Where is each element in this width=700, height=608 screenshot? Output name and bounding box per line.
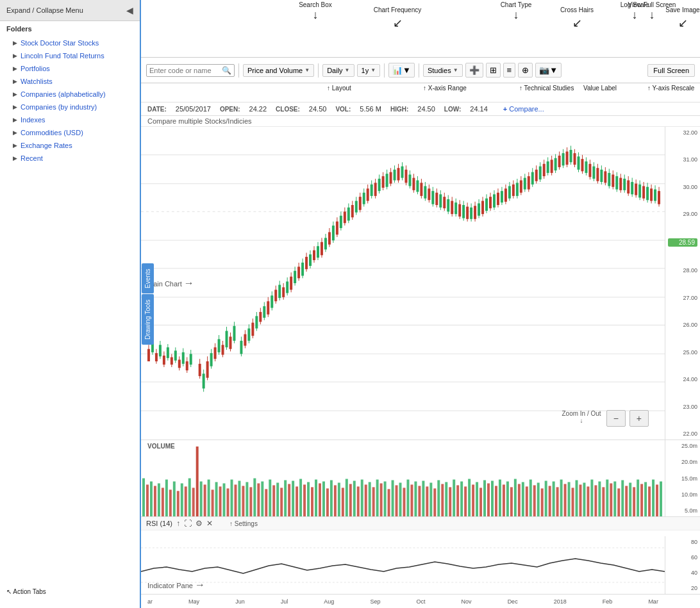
zoom-out-btn[interactable]: − (606, 410, 626, 427)
sidebar-item-companies-industry[interactable]: ▶ Companies (by industry) (0, 101, 140, 113)
svg-rect-314 (296, 486, 298, 516)
svg-rect-397 (613, 481, 616, 516)
drawing-tools-tab[interactable]: Drawing Tools (142, 294, 154, 345)
chart-container: 32.00 31.00 30.00 29.00 28.59 28.00 27.0… (141, 127, 700, 608)
svg-rect-409 (660, 481, 662, 516)
value-label-btn[interactable]: ⊞ (486, 63, 501, 78)
svg-rect-280 (165, 479, 168, 516)
fullscreen-btn[interactable]: Full Screen (647, 64, 695, 77)
main-chart: 32.00 31.00 30.00 29.00 28.59 28.00 27.0… (141, 127, 700, 440)
svg-rect-343 (406, 479, 409, 516)
svg-rect-342 (403, 488, 406, 516)
svg-rect-378 (541, 488, 544, 516)
search-input[interactable] (149, 67, 220, 74)
svg-rect-408 (656, 484, 658, 516)
svg-rect-341 (399, 482, 402, 516)
ann-y-axis-rescale: ↑ Y-axis Rescale (647, 85, 694, 92)
zoom-in-btn[interactable]: + (629, 410, 649, 427)
separator-3 (384, 63, 385, 78)
sidebar-item-commodities[interactable]: ▶ Commodities (USD) (0, 126, 140, 139)
save-image-btn[interactable]: 📷 ▼ (535, 63, 562, 78)
svg-rect-274 (142, 479, 145, 517)
svg-rect-319 (315, 479, 317, 516)
rsi-settings-btn[interactable]: ⚙ (196, 519, 203, 528)
sidebar-item-watchlists[interactable]: ▶ Watchlists (0, 75, 140, 88)
y-axis-rescale-btn[interactable]: ⊕ (518, 63, 533, 78)
indicator-pane-annotation: Indicator Pane → (147, 579, 205, 591)
svg-rect-327 (346, 479, 348, 516)
rsi-expand-btn[interactable]: ⛶ (184, 519, 192, 528)
svg-rect-292 (212, 489, 214, 516)
svg-rect-307 (269, 479, 271, 516)
action-tabs-annotation: ↖ Action Tabs (6, 588, 46, 595)
candles-middle (199, 322, 236, 391)
svg-rect-352 (441, 484, 444, 516)
rsi-up-btn[interactable]: ↑ (176, 519, 180, 528)
volume-area: VOLUME // Generate volume bars programma… (141, 440, 700, 517)
rsi-header: RSI (14) ↑ ⛶ ⚙ ✕ ↑ Settings (141, 517, 700, 530)
svg-rect-296 (227, 488, 229, 516)
zoom-annotation: Zoom In / Out↓ (562, 410, 601, 424)
svg-rect-395 (606, 479, 608, 516)
close-value: 24.50 (309, 105, 327, 113)
y-label-28: 28.00 (668, 267, 697, 274)
x-label-nov: Nov (462, 598, 472, 605)
range-btn[interactable]: 1y ▼ (357, 64, 381, 77)
x-labels: ar May Jun Jul Aug Sep Oct Nov Dec 2018 … (147, 598, 658, 605)
open-label: OPEN: (220, 106, 240, 113)
main-container: Expand / Collapse Menu ◀ Folders ▶ Stock… (0, 0, 700, 608)
compare-annotation-row: Compare multiple Stocks/Indicies (141, 116, 700, 127)
y-label-24: 24.00 (668, 376, 697, 382)
sidebar-item-companies-alpha[interactable]: ▶ Companies (alphabetically) (0, 88, 140, 101)
crosshair-btn[interactable]: ➕ (465, 63, 483, 78)
svg-rect-285 (185, 486, 187, 516)
svg-rect-353 (445, 482, 447, 516)
svg-rect-382 (556, 487, 559, 516)
chart-info-bar: DATE: 25/05/2017 OPEN: 24.22 CLOSE: 24.5… (141, 103, 700, 116)
chart-type-btn[interactable]: 📊 ▼ (388, 63, 415, 78)
compare-btn[interactable]: + Compare... (503, 105, 544, 113)
svg-rect-304 (257, 483, 260, 516)
sidebar-item-recent[interactable]: ▶ Recent (0, 152, 140, 165)
sidebar-item-lincoln[interactable]: ▶ Lincoln Fund Total Returns (0, 49, 140, 62)
studies-btn[interactable]: Studies ▼ (423, 64, 463, 77)
search-box[interactable]: 🔍 (146, 64, 235, 77)
svg-rect-313 (292, 481, 294, 516)
svg-rect-325 (338, 482, 340, 516)
svg-rect-385 (568, 482, 571, 516)
ann-technical-studies: ↑ Technical Studies (519, 85, 574, 92)
caret-icon: ▼ (549, 65, 558, 75)
frequency-btn[interactable]: Daily ▼ (322, 64, 354, 77)
rsi-close-btn[interactable]: ✕ (206, 519, 213, 528)
chevron-icon: ▶ (13, 53, 17, 59)
volume-y-axis: 25.0m 20.0m 15.0m 10.0m 5.0m (665, 440, 700, 516)
sidebar-item-portfolios[interactable]: ▶ Portfolios (0, 62, 140, 75)
ann-search-box: Search Box ↓ (290, 1, 341, 22)
svg-rect-300 (242, 486, 244, 516)
svg-rect-387 (576, 480, 578, 516)
y-label-23: 23.00 (668, 404, 697, 410)
svg-rect-350 (433, 488, 436, 516)
chevron-icon: ▶ (13, 40, 17, 46)
sidebar-item-star-stocks[interactable]: ▶ Stock Doctor Star Stocks (0, 37, 140, 49)
x-label-mar: Mar (648, 598, 658, 605)
collapse-arrow-icon[interactable]: ◀ (126, 5, 133, 15)
svg-rect-376 (533, 485, 536, 516)
layout-btn[interactable]: Price and Volume ▼ (243, 64, 314, 77)
svg-rect-358 (464, 486, 467, 516)
x-axis-bar: ar May Jun Jul Aug Sep Oct Nov Dec 2018 … (141, 594, 700, 608)
svg-rect-374 (526, 486, 528, 516)
chevron-icon: ▶ (13, 65, 17, 72)
svg-rect-407 (652, 479, 654, 516)
svg-rect-356 (456, 485, 459, 516)
y-label-26: 26.00 (668, 322, 697, 328)
svg-rect-322 (326, 488, 329, 516)
sidebar-item-indexes[interactable]: ▶ Indexes (0, 113, 140, 126)
events-tab[interactable]: Events (142, 263, 154, 293)
caret-icon: ▼ (345, 67, 350, 73)
svg-rect-316 (303, 484, 306, 516)
sidebar-item-exchange[interactable]: ▶ Exchange Rates (0, 139, 140, 152)
x-label-oct: Oct (416, 598, 425, 605)
log-scale-btn[interactable]: ≡ (503, 63, 516, 78)
caret-icon: ▼ (371, 67, 376, 73)
